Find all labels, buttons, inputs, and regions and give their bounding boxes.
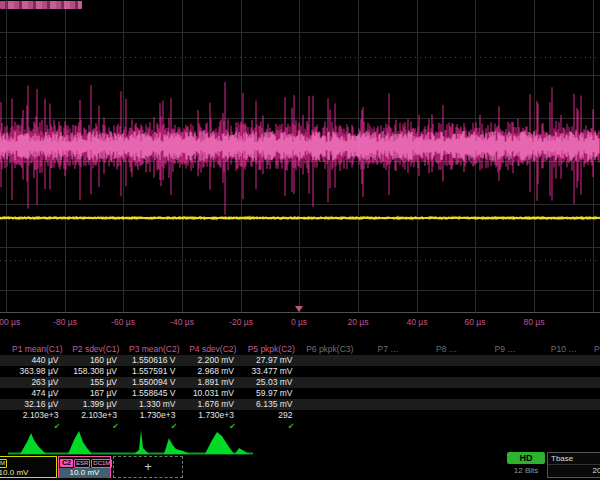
- trigger-position-icon: [295, 306, 303, 312]
- measurement-value: [535, 410, 594, 421]
- measurement-value: 25.03 mV: [242, 377, 301, 388]
- measurement-column-p11[interactable]: P11 …: [593, 344, 600, 432]
- measurement-value: 27.97 mV: [242, 355, 301, 366]
- measurement-header[interactable]: P4 sdev(C2): [184, 344, 243, 355]
- measurement-column-p3[interactable]: P3 mean(C2)1.550616 V1.557591 V1.550094 …: [125, 344, 184, 432]
- measurement-value: 1.676 mV: [184, 399, 243, 410]
- measurement-value: [476, 399, 535, 410]
- c1-vertical-scale: 10.0 mV: [0, 468, 56, 478]
- c1-coupling-badge: DC1M: [0, 459, 7, 468]
- measurement-value: [593, 366, 600, 377]
- time-tick-label: -80 µs: [53, 317, 77, 327]
- c2-coupling-badge: DC1M: [91, 459, 112, 468]
- measurement-header[interactable]: P2 sdev(C1): [67, 344, 126, 355]
- timebase-descriptor[interactable]: Tbase 20.0 µs/div: [547, 452, 600, 478]
- measurement-value: [593, 355, 600, 366]
- channel-c1-descriptor[interactable]: C1 DC1M 10.0 mV: [0, 456, 57, 478]
- hd-bits-label: 12 Bits: [507, 466, 545, 475]
- measurement-value: [418, 377, 477, 388]
- measurement-value: [593, 399, 600, 410]
- measurement-column-p6[interactable]: P6 pkpk(C3): [301, 344, 360, 432]
- measurement-value: 1.550616 V: [125, 355, 184, 366]
- measurement-header[interactable]: P6 pkpk(C3): [301, 344, 360, 355]
- measurement-value: [535, 377, 594, 388]
- measurement-value: [593, 377, 600, 388]
- measurement-value: [301, 388, 360, 399]
- measurement-value: [301, 377, 360, 388]
- measurement-value: 158.308 µV: [67, 366, 126, 377]
- measurement-value: [418, 366, 477, 377]
- measurement-header[interactable]: P11 …: [593, 344, 600, 355]
- measurement-header[interactable]: P9 …: [476, 344, 535, 355]
- measurement-column-p4[interactable]: P4 sdev(C2)2.200 mV2.968 mV1.891 mV10.03…: [184, 344, 243, 432]
- measurement-column-p5[interactable]: P5 pkpk(C2)27.97 mV33.477 mV25.03 mV59.9…: [242, 344, 301, 432]
- measurement-column-p10[interactable]: P10 …: [535, 344, 594, 432]
- measurement-header[interactable]: P5 pkpk(C2): [242, 344, 301, 355]
- measurement-value: [301, 355, 360, 366]
- descriptor-bar: C1 DC1M 10.0 mV C2 ESR DC1M 10.0 mV + HD…: [0, 450, 600, 480]
- measurement-value: [535, 355, 594, 366]
- measurement-value: [359, 410, 418, 421]
- measurement-column-p9[interactable]: P9 …: [476, 344, 535, 432]
- plus-icon: +: [144, 459, 152, 474]
- time-tick-label: -60 µs: [111, 317, 135, 327]
- measurement-value: 1.730e+3: [125, 410, 184, 421]
- measurement-value: 263 µV: [8, 377, 67, 388]
- trace-annotation-badge: [0, 1, 82, 9]
- waveform-grid-area[interactable]: [0, 0, 600, 315]
- measurement-value: [359, 377, 418, 388]
- measurement-value: 32.16 µV: [8, 399, 67, 410]
- measurement-value: [359, 355, 418, 366]
- measurement-header[interactable]: P1 mean(C1): [8, 344, 67, 355]
- measurement-value: 1.330 mV: [125, 399, 184, 410]
- time-tick-label: -20 µs: [229, 317, 253, 327]
- measurement-value: [301, 366, 360, 377]
- measurement-value: 1.730e+3: [184, 410, 243, 421]
- measurement-header[interactable]: P3 mean(C2): [125, 344, 184, 355]
- c2-esr-badge: ESR: [74, 459, 90, 468]
- measurement-value: [301, 410, 360, 421]
- timebase-scale: 20.0 µs/div: [548, 465, 600, 477]
- add-trace-button[interactable]: +: [113, 456, 183, 478]
- measurement-header[interactable]: P8 …: [418, 344, 477, 355]
- measurement-value: [476, 366, 535, 377]
- measurement-value: [593, 388, 600, 399]
- timebase-label: Tbase: [548, 453, 600, 465]
- measurement-value: [476, 388, 535, 399]
- measurement-column-p1[interactable]: P1 mean(C1)440 µV363.98 µV263 µV474 µV32…: [8, 344, 67, 432]
- time-tick-label: 80 µs: [524, 317, 545, 327]
- measurement-value: 6.135 mV: [242, 399, 301, 410]
- time-tick-label: -40 µs: [170, 317, 194, 327]
- measurement-value: 167 µV: [67, 388, 126, 399]
- measurement-value: 10.031 mV: [184, 388, 243, 399]
- time-tick-label: 40 µs: [407, 317, 428, 327]
- measurement-value: 2.968 mV: [184, 366, 243, 377]
- measurement-value: [535, 366, 594, 377]
- measurement-header[interactable]: P7 …: [359, 344, 418, 355]
- measurement-value: 155 µV: [67, 377, 126, 388]
- measurement-column-p7[interactable]: P7 …: [359, 344, 418, 432]
- time-tick-label: -100 µs: [0, 317, 20, 327]
- time-tick-label: 0 µs: [291, 317, 307, 327]
- measurement-column-p2[interactable]: P2 sdev(C1)160 µV158.308 µV155 µV167 µV1…: [67, 344, 126, 432]
- measurement-table[interactable]: P1 mean(C1)440 µV363.98 µV263 µV474 µV32…: [0, 344, 600, 432]
- measurement-value: 1.550094 V: [125, 377, 184, 388]
- hd-mode-badge[interactable]: HD: [507, 452, 545, 464]
- measurement-value: [418, 410, 477, 421]
- measurement-value: 292: [242, 410, 301, 421]
- channel-c2-descriptor[interactable]: C2 ESR DC1M 10.0 mV: [58, 456, 111, 478]
- measurement-value: 2.103e+3: [67, 410, 126, 421]
- measurement-column-p8[interactable]: P8 …: [418, 344, 477, 432]
- measurement-value: [418, 355, 477, 366]
- measurement-value: [359, 366, 418, 377]
- measurement-value: 363.98 µV: [8, 366, 67, 377]
- measurement-value: [359, 399, 418, 410]
- oscilloscope-screen: -100 µs-80 µs-60 µs-40 µs-20 µs0 µs20 µs…: [0, 0, 600, 480]
- time-tick-label: 60 µs: [465, 317, 486, 327]
- measurement-value: 1.558645 V: [125, 388, 184, 399]
- measurement-value: 160 µV: [67, 355, 126, 366]
- measurement-value: [593, 410, 600, 421]
- measurement-header[interactable]: P10 …: [535, 344, 594, 355]
- measurement-value: 2.103e+3: [8, 410, 67, 421]
- measurement-value: 2.200 mV: [184, 355, 243, 366]
